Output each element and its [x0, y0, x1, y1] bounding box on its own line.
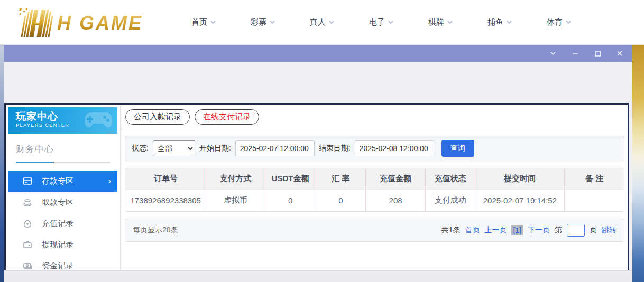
sidebar-item-label: 取款专区 [42, 198, 73, 208]
pagination-bar: 每页显示20条 共1条 首页 上一页 [1] 下一页 第 页 跳转 [125, 219, 624, 242]
sidebar-section-title: 财务中心 [16, 143, 113, 155]
chevron-down-icon [507, 20, 512, 25]
window-collapse-button[interactable] [549, 49, 557, 58]
tab-online-payment-records[interactable]: 在线支付记录 [195, 109, 259, 125]
next-page-link[interactable]: 下一页 [528, 225, 550, 235]
tab-company-deposit-records[interactable]: 公司入款记录 [125, 109, 190, 125]
chevron-down-icon [447, 20, 453, 25]
nav-item-lottery[interactable]: 彩票 [251, 17, 275, 27]
query-button[interactable]: 查询 [441, 140, 474, 157]
deposit-card-icon [22, 176, 33, 186]
nav-item-fishing[interactable]: 捕鱼 [487, 17, 512, 27]
sidebar-item-label: 资金记录 [42, 261, 73, 271]
start-date-label: 开始日期: [199, 144, 231, 153]
nav-item-live[interactable]: 真人 [310, 17, 334, 27]
maximize-icon [594, 50, 601, 57]
nav-label: 彩票 [251, 17, 266, 27]
site-header: H GAME 首页 彩票 真人 电子 棋牌 [0, 0, 644, 45]
sidebar-item-withdraw-records[interactable]: 提现记录 [8, 234, 120, 255]
status-label: 状态: [132, 144, 149, 153]
main-nav: 首页 彩票 真人 电子 棋牌 捕鱼 [191, 17, 571, 27]
sidebar-item-recharge-records[interactable]: 充值记录 [8, 213, 120, 234]
window-minimize-button[interactable] [571, 49, 579, 58]
sidebar-item-withdraw-zone[interactable]: 取款专区 [8, 192, 120, 213]
window-maximize-button[interactable] [593, 49, 602, 58]
nav-label: 真人 [310, 17, 326, 27]
chevron-down-icon [329, 20, 334, 25]
first-page-link[interactable]: 首页 [465, 225, 480, 235]
records-content: 状态: 全部 开始日期: 结束日期: 查询 [121, 129, 628, 242]
background-strip-right [632, 45, 644, 282]
nav-label: 捕鱼 [487, 17, 503, 27]
goto-prefix-label: 第 [555, 225, 562, 235]
cell-usdt-amount: 0 [265, 190, 316, 211]
cell-exchange-rate: 0 [316, 190, 365, 211]
logo-mark-icon [13, 8, 60, 38]
record-tabs: 公司入款记录 在线支付记录 [121, 105, 628, 129]
nav-item-slots[interactable]: 电子 [369, 17, 393, 27]
sidebar-item-deposit-zone[interactable]: 存款专区 › [8, 171, 117, 192]
current-page-indicator: [1] [511, 225, 523, 235]
chevron-down-icon [270, 20, 275, 25]
status-select[interactable]: 全部 [153, 140, 195, 156]
sidebar: 玩家中心 PLAYERS CENTER 财务中心 存款专区 › [6, 105, 120, 270]
cell-recharge-status: 支付成功 [426, 190, 475, 211]
money-bag-icon [22, 218, 33, 229]
records-table-container: 订单号 支付方式 USDT金额 汇 率 充值金额 充值状态 提交时间 备 注 [125, 168, 624, 212]
cell-order-number: 1738926892338305 [125, 190, 206, 211]
chevron-down-icon [549, 50, 557, 57]
sidebar-item-fund-records[interactable]: 资金记录 [8, 255, 120, 276]
table-header-row: 订单号 支付方式 USDT金额 汇 率 充值金额 充值状态 提交时间 备 注 [125, 168, 624, 190]
cell-submit-time: 2025-02-07 19:14:52 [475, 190, 565, 211]
total-count-text: 共1条 [441, 225, 461, 235]
table-row: 1738926892338305 虚拟币 0 0 208 支付成功 2025-0… [125, 190, 624, 211]
nav-label: 电子 [369, 17, 385, 27]
nav-label: 首页 [191, 17, 207, 27]
end-date-label: 结束日期: [319, 144, 351, 153]
start-date-input[interactable] [235, 140, 315, 156]
sidebar-section: 财务中心 [8, 134, 120, 168]
window-close-button[interactable] [615, 49, 624, 58]
goto-suffix-label: 页 [590, 225, 597, 235]
banknotes-icon [22, 260, 33, 271]
col-submit-time: 提交时间 [475, 168, 565, 190]
logo-text: H GAME [57, 8, 143, 38]
app-window: H GAME 首页 彩票 真人 电子 棋牌 [0, 0, 644, 282]
col-recharge-amount: 充值金额 [366, 168, 426, 190]
chevron-down-icon [388, 20, 393, 25]
pagination-controls: 共1条 首页 上一页 [1] 下一页 第 页 跳转 [441, 224, 617, 237]
cell-recharge-amount: 208 [366, 190, 426, 211]
sidebar-menu: 存款专区 › 取款专区 充值记录 [8, 171, 120, 276]
col-remark: 备 注 [565, 168, 624, 190]
sidebar-item-label: 充值记录 [42, 219, 73, 229]
chevron-down-icon [566, 20, 571, 25]
sidebar-item-label: 提现记录 [42, 240, 73, 250]
nav-item-chess[interactable]: 棋牌 [428, 17, 453, 27]
nav-item-sports[interactable]: 体育 [547, 17, 571, 27]
col-payment-method: 支付方式 [206, 168, 265, 190]
col-order-number: 订单号 [125, 168, 206, 190]
sidebar-item-label: 存款专区 [42, 176, 73, 186]
col-usdt-amount: USDT金额 [265, 168, 316, 190]
prev-page-link[interactable]: 上一页 [484, 225, 507, 235]
goto-page-input[interactable] [567, 224, 585, 237]
close-icon [616, 50, 623, 57]
goto-button[interactable]: 跳转 [602, 225, 617, 235]
site-logo[interactable]: H GAME [16, 6, 159, 38]
gamepad-icon [84, 110, 113, 129]
minimize-icon [572, 50, 579, 57]
col-exchange-rate: 汇 率 [316, 168, 365, 190]
chevron-down-icon [210, 20, 216, 25]
filter-bar: 状态: 全部 开始日期: 结束日期: 查询 [125, 136, 624, 161]
end-date-input[interactable] [355, 140, 434, 156]
nav-label: 棋牌 [428, 17, 444, 27]
background-strip-left [0, 45, 4, 282]
nav-item-home[interactable]: 首页 [191, 17, 216, 27]
nav-label: 体育 [547, 17, 563, 27]
cell-remark [565, 190, 624, 211]
main-content: 公司入款记录 在线支付记录 状态: 全部 开始日期: 结束日期: 查询 [120, 105, 628, 270]
sidebar-header: 玩家中心 PLAYERS CENTER [8, 107, 117, 134]
page-size-text: 每页显示20条 [133, 225, 178, 235]
col-recharge-status: 充值状态 [426, 168, 475, 190]
cell-payment-method: 虚拟币 [206, 190, 265, 211]
